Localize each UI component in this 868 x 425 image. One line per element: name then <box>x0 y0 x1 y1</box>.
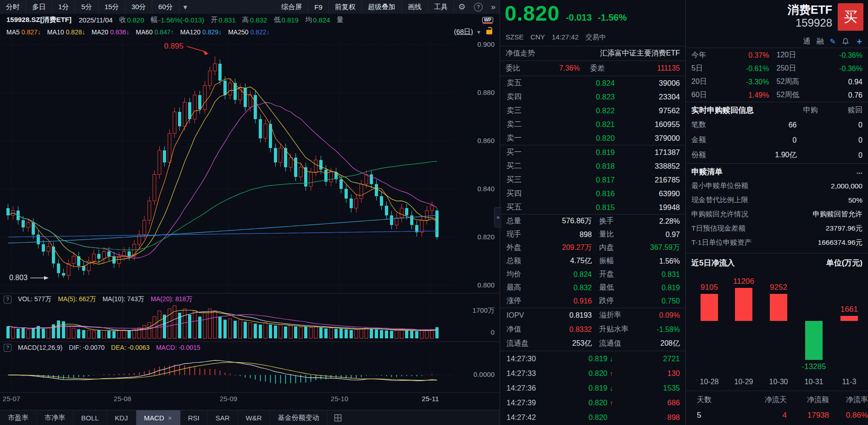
stat-row: 外盘209.27万内盘367.59万 <box>500 241 685 254</box>
flow-date-label: 10-29 <box>725 378 762 386</box>
level-price: 0.820 <box>546 134 615 143</box>
collapse-panel-handle[interactable]: » <box>494 207 501 227</box>
period-tab-60分[interactable]: 60分 <box>152 0 179 14</box>
flow-summary-value: 5 <box>686 411 728 420</box>
grid-layout-icon[interactable] <box>334 414 342 422</box>
tool-button-画线[interactable]: 画线 <box>402 0 428 14</box>
perf-value: 0.76 <box>815 91 863 99</box>
stat-label: 涨停 <box>500 296 540 306</box>
field-幅: 幅-1.56%(-0.013) <box>150 16 204 24</box>
tab-close-icon[interactable]: × <box>168 414 172 422</box>
bid-row[interactable]: 买五0.81519948 <box>500 200 685 214</box>
bell-icon[interactable] <box>842 38 849 45</box>
price-axis-label: 0.900 <box>458 40 495 48</box>
stat-label: 开盘 <box>592 270 639 279</box>
tab-RSI[interactable]: RSI <box>180 410 208 425</box>
ask-row[interactable]: 卖三0.82297562 <box>500 104 685 117</box>
level-volume: 216785 <box>615 176 685 184</box>
perf-row: 20日-3.30%52周高0.94 <box>686 75 868 88</box>
tool-button-工具[interactable]: 工具 <box>428 0 454 14</box>
period-tab-多日[interactable]: 多日 <box>26 0 52 14</box>
instrument-info-bar: 159928.SZ[消费ETF] 2025/11/04 收0.820幅-1.56… <box>0 14 500 26</box>
level-volume: 338852 <box>615 162 685 171</box>
price-axis-label: 0.880 <box>458 88 495 96</box>
chevron-down-icon[interactable]: ▼ <box>476 29 481 35</box>
period-tab-分时[interactable]: 分时 <box>0 0 26 14</box>
tool-button-F9[interactable]: F9 <box>308 0 329 14</box>
wp-icon[interactable]: WP <box>482 17 493 23</box>
perf-value: -0.61% <box>722 65 769 73</box>
help-icon[interactable]: ? <box>4 344 11 352</box>
level-price: 0.819 <box>546 148 615 157</box>
tick-row[interactable]: 14:27:390.820↑686 <box>500 395 685 410</box>
level-label: 买四 <box>500 188 546 199</box>
nav-row[interactable]: 净值走势 汇添富中证主要消费ETF <box>500 46 685 61</box>
ask-row[interactable]: 卖一0.820379000 <box>500 131 685 145</box>
gear-icon[interactable]: ⚙ <box>454 2 470 12</box>
stat-label: 升贴水率 <box>592 325 639 334</box>
tab-基金份额变动[interactable]: 基金份额变动 <box>270 410 328 425</box>
tab-W&R[interactable]: W&R <box>238 410 270 425</box>
ma-value: 0.827↓ <box>22 28 41 36</box>
tab-BOLL[interactable]: BOLL <box>73 410 107 425</box>
perf-label: 52周低 <box>769 90 815 100</box>
tick-row[interactable]: 14:27:300.819↓2721 <box>500 351 685 366</box>
tab-市盈率[interactable]: 市盈率 <box>0 410 37 425</box>
bid-row[interactable]: 买一0.819171387 <box>500 145 685 159</box>
bid-row[interactable]: 买三0.817216785 <box>500 173 685 187</box>
more-icon[interactable]: » <box>487 2 500 12</box>
redeem-label: T-1日单位申赎资产 <box>691 238 751 248</box>
help-icon[interactable]: ? <box>474 3 483 11</box>
redeem-value: 2,000,000 <box>831 182 862 190</box>
period-dropdown-icon[interactable]: ▾ <box>179 3 191 11</box>
ask-row[interactable]: 卖四0.82323304 <box>500 90 685 104</box>
bid-row[interactable]: 买二0.818338852 <box>500 159 685 173</box>
ask-row[interactable]: 卖五0.82439006 <box>500 76 685 90</box>
more-ellipsis[interactable]: ... <box>857 167 862 176</box>
ma-item-MA120: MA1200.829↓ <box>180 28 222 36</box>
ma-value: 0.822↓ <box>250 28 269 36</box>
period-tab-15分[interactable]: 15分 <box>99 0 126 14</box>
ma-label: MA20 <box>91 28 108 36</box>
tab-MACD[interactable]: MACD× <box>136 410 180 425</box>
period-tab-5分[interactable]: 5分 <box>75 0 98 14</box>
macd-value: MACD: -0.0015 <box>156 344 200 351</box>
field-均: 均0.824 <box>305 16 330 24</box>
stat-value: 0.916 <box>540 297 592 305</box>
nav-trend-link[interactable]: 净值走势 <box>506 49 535 58</box>
tick-row[interactable]: 14:27:330.820↑130 <box>500 366 685 381</box>
level-label: 买一 <box>500 147 546 157</box>
tool-button-超级叠加[interactable]: 超级叠加 <box>362 0 402 14</box>
main-chart[interactable]: 0.8950.803 <box>0 0 500 425</box>
level-label: 卖四 <box>500 92 546 102</box>
tab-市净率[interactable]: 市净率 <box>37 410 73 425</box>
buy-button[interactable]: 买 <box>838 3 863 31</box>
tick-row[interactable]: 14:27:420.820898 <box>500 410 685 425</box>
tab-KDJ[interactable]: KDJ <box>107 410 136 425</box>
tab-SAR[interactable]: SAR <box>208 410 238 425</box>
period-label[interactable]: (68日) <box>454 28 473 36</box>
tick-row[interactable]: 14:27:360.819↓1535 <box>500 381 685 395</box>
stats-block-2: IOPV0.8193溢折率0.09%净值0.8332升贴水率-1.58%流通盘2… <box>500 308 685 351</box>
bid-row[interactable]: 买四0.81663990 <box>500 187 685 200</box>
unlock-icon[interactable] <box>486 30 492 34</box>
tool-button-前复权[interactable]: 前复权 <box>329 0 362 14</box>
ask-row[interactable]: 卖二0.821160955 <box>500 117 685 131</box>
fund-flow-chart[interactable]: 910510-281120610-29925210-30-1328510-311… <box>686 270 868 389</box>
add-icon[interactable]: ＋ <box>855 36 863 47</box>
stat-label: 内盘 <box>592 243 639 253</box>
period-selector[interactable]: (68日) ▼ <box>454 28 492 36</box>
help-icon[interactable]: ? <box>4 296 11 304</box>
redeem-label: T日预估现金差额 <box>691 224 746 233</box>
level-price: 0.816 <box>546 189 615 198</box>
flow-summary-header: 净流天 <box>728 395 787 405</box>
macd-axis-label: 0.0000 <box>458 370 495 378</box>
vol-ma10: MA(10): 743万 <box>102 295 144 304</box>
stat-row: 总量576.86万换手2.28% <box>500 215 685 228</box>
period-tab-30分[interactable]: 30分 <box>125 0 152 14</box>
stat-label: 流通值 <box>592 339 639 348</box>
period-tab-1分[interactable]: 1分 <box>52 0 75 14</box>
tick-time: 14:27:30 <box>500 354 561 363</box>
edit-icon[interactable]: ✎ <box>830 37 836 46</box>
tool-button-综合屏[interactable]: 综合屏 <box>275 0 308 14</box>
